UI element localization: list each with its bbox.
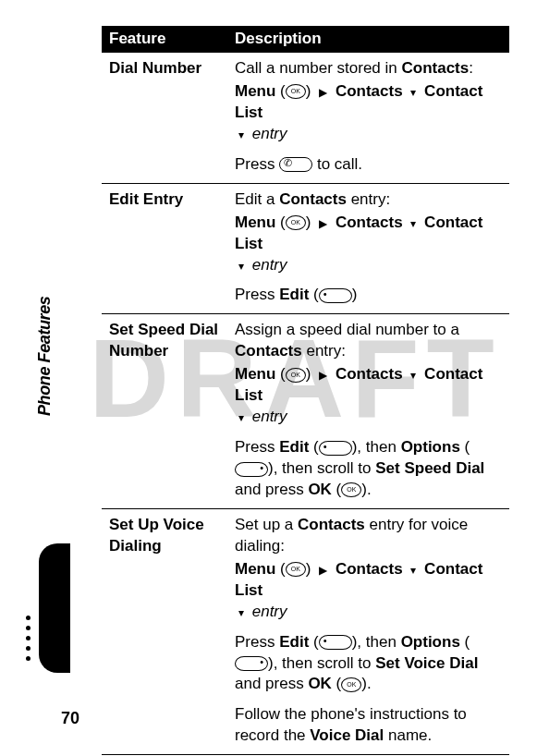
text: Assign a speed dial number to a — [235, 321, 459, 338]
text: Call a number stored in — [235, 59, 401, 77]
binding-dots — [26, 610, 31, 666]
table-row: Dial Number Call a number stored in Cont… — [102, 53, 509, 184]
table-row: Set Up Voice Dialing Set up a Contacts e… — [102, 508, 509, 754]
section-label: Phone Features — [35, 297, 55, 416]
text: Press — [235, 286, 279, 303]
side-tab-graphic — [39, 543, 70, 673]
nav-menu-label: Menu — [235, 213, 275, 231]
text: and press — [235, 481, 308, 498]
text: , then — [357, 633, 400, 651]
arrow-down-icon: ▾ — [410, 217, 416, 230]
arrow-down-icon: ▾ — [238, 128, 244, 141]
table-row: Edit Entry Edit a Contacts entry: Menu (… — [102, 183, 509, 314]
edit-label: Edit — [279, 633, 309, 651]
arrow-right-icon: ▶ — [319, 86, 327, 99]
col-header-description: Description — [227, 26, 509, 53]
nav-path: Menu (OK) ▶ Contacts ▾ Contact List ▾ en… — [235, 81, 502, 145]
text: Press — [235, 633, 279, 651]
text: : — [469, 59, 473, 77]
text: , then scroll to — [274, 459, 376, 477]
text: entry: — [347, 190, 390, 208]
text: name. — [384, 726, 432, 744]
edit-label: Edit — [279, 286, 309, 303]
table-header-row: Feature Description — [102, 26, 509, 53]
nav-contacts-label: Contacts — [336, 213, 403, 231]
feature-cell: Set Speed Dial Number — [102, 314, 227, 509]
ok-label: OK — [308, 675, 332, 692]
text: Press — [235, 155, 279, 173]
press-instruction: Press Edit (), then Options (), then scr… — [235, 437, 502, 501]
ok-label: OK — [308, 481, 332, 498]
target-label: Set Speed Dial — [375, 459, 484, 477]
nav-path: Menu (OK) ▶ Contacts ▾ Contact List ▾ en… — [235, 559, 502, 623]
text: . — [367, 675, 372, 692]
bold-term: Voice Dial — [310, 726, 384, 744]
right-softkey-icon — [235, 656, 268, 671]
left-softkey-icon — [319, 635, 352, 650]
left-softkey-icon — [319, 441, 352, 456]
nav-contacts-label: Contacts — [336, 82, 403, 100]
follow-instruction: Follow the phone's instructions to recor… — [235, 704, 502, 747]
ok-key-icon: OK — [341, 482, 361, 497]
text: , then scroll to — [274, 654, 376, 672]
arrow-down-icon: ▾ — [410, 86, 416, 99]
nav-path: Menu (OK) ▶ Contacts ▾ Contact List ▾ en… — [235, 213, 502, 276]
feature-cell: Dial Number — [102, 53, 227, 184]
arrow-down-icon: ▾ — [238, 260, 244, 273]
description-cell: Edit a Contacts entry: Menu (OK) ▶ Conta… — [227, 183, 509, 314]
feature-cell: Edit Entry — [102, 183, 227, 314]
bold-term: Contacts — [298, 516, 365, 533]
text: . — [367, 481, 372, 498]
bold-term: Contacts — [235, 342, 302, 360]
options-label: Options — [401, 633, 460, 651]
nav-entry-italic: entry — [252, 256, 287, 274]
nav-path: Menu (OK) ▶ Contacts ▾ Contact List ▾ en… — [235, 364, 502, 428]
press-instruction: Press Edit (), then Options (), then scr… — [235, 632, 502, 696]
nav-entry-italic: entry — [252, 408, 287, 425]
press-instruction: Press Edit () — [235, 285, 502, 306]
ok-key-icon: OK — [286, 368, 306, 383]
edit-label: Edit — [279, 438, 309, 456]
nav-entry-italic: entry — [252, 603, 287, 620]
arrow-down-icon: ▾ — [410, 369, 416, 382]
arrow-down-icon: ▾ — [238, 606, 244, 619]
text: entry: — [302, 342, 346, 360]
bold-term: Contacts — [401, 59, 469, 77]
call-key-icon — [279, 157, 312, 172]
text: and press — [235, 675, 308, 692]
text: Set up a — [235, 516, 298, 533]
target-label: Set Voice Dial — [375, 654, 478, 672]
arrow-right-icon: ▶ — [319, 217, 327, 230]
page-number: 70 — [61, 709, 79, 728]
press-instruction: Press to call. — [235, 154, 502, 176]
ok-key-icon: OK — [341, 677, 361, 692]
nav-menu-label: Menu — [235, 365, 275, 383]
feature-cell: Set Up Voice Dialing — [102, 508, 227, 754]
table-row: Set Speed Dial Number Assign a speed dia… — [102, 314, 509, 509]
description-cell: Call a number stored in Contacts: Menu (… — [227, 53, 509, 184]
right-softkey-icon — [235, 462, 268, 477]
col-header-feature: Feature — [102, 26, 227, 53]
text: Edit a — [235, 190, 279, 208]
arrow-down-icon: ▾ — [238, 411, 244, 424]
feature-table: Feature Description Dial Number Call a n… — [102, 26, 509, 755]
nav-entry-italic: entry — [252, 125, 287, 142]
left-softkey-icon — [319, 288, 352, 303]
ok-key-icon: OK — [286, 562, 306, 577]
arrow-down-icon: ▾ — [410, 564, 416, 577]
arrow-right-icon: ▶ — [319, 369, 327, 382]
bold-term: Contacts — [279, 190, 347, 208]
text: , then — [357, 438, 400, 456]
nav-contacts-label: Contacts — [336, 560, 403, 578]
nav-menu-label: Menu — [235, 82, 275, 100]
options-label: Options — [401, 438, 460, 456]
ok-key-icon: OK — [286, 84, 306, 99]
ok-key-icon: OK — [286, 215, 306, 230]
description-cell: Set up a Contacts entry for voice dialin… — [227, 508, 509, 754]
text: Press — [235, 438, 279, 456]
nav-menu-label: Menu — [235, 560, 275, 578]
description-cell: Assign a speed dial number to a Contacts… — [227, 314, 509, 509]
nav-contacts-label: Contacts — [336, 365, 403, 383]
text: to call. — [312, 155, 362, 173]
page-content: Feature Description Dial Number Call a n… — [0, 0, 537, 755]
